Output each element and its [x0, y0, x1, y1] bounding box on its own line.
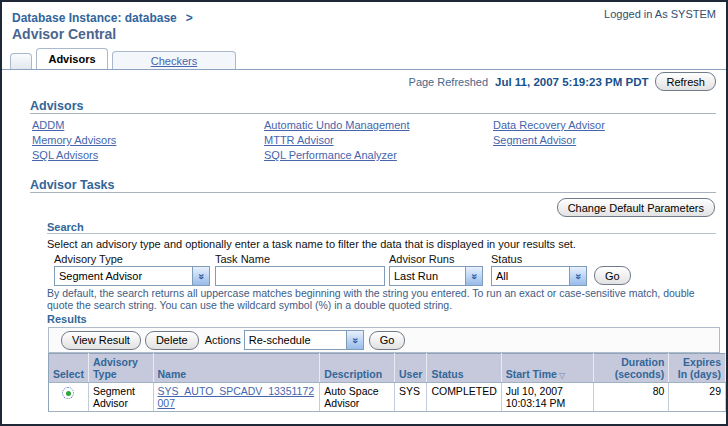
tab-checkers[interactable]: Checkers — [112, 51, 236, 69]
task-name-label: Task Name — [215, 253, 270, 265]
advisors-link-column-2: Automatic Undo Management MTTR Advisor S… — [264, 118, 410, 163]
advisor-runs-value: Last Run — [390, 270, 465, 282]
advisory-type-value: Segment Advisor — [55, 270, 192, 282]
search-go-button[interactable]: Go — [594, 266, 631, 285]
tab-stub-decoration — [10, 53, 32, 69]
results-heading: Results — [47, 313, 87, 325]
advisory-type-cell: Segment Advisor — [88, 383, 153, 412]
tab-bar: Advisors Checkers — [2, 48, 726, 70]
advisors-heading-rule — [30, 113, 716, 114]
advisor-runs-label: Advisor Runs — [389, 253, 454, 265]
column-header-expires: Expires In (days) — [669, 354, 726, 383]
refresh-button[interactable]: Refresh — [655, 72, 716, 91]
column-header-duration: Duration (seconds) — [594, 354, 669, 383]
breadcrumb-database-instance-link[interactable]: Database Instance: database — [12, 11, 177, 25]
expires-cell: 29 — [669, 383, 726, 412]
link-addm[interactable]: ADDM — [32, 118, 116, 133]
advisors-link-column-3: Data Recovery Advisor Segment Advisor — [493, 118, 605, 148]
sort-descending-icon: ▽ — [559, 371, 565, 380]
column-header-advisory-type: Advisory Type — [88, 354, 153, 383]
column-header-name: Name — [153, 354, 320, 383]
chevron-down-icon: » — [192, 267, 209, 285]
column-header-select: Select — [49, 354, 89, 383]
user-cell: SYS — [395, 383, 427, 412]
status-value: All — [492, 270, 569, 282]
breadcrumb: Database Instance: database> — [12, 8, 193, 26]
name-cell: SYS_AUTO_SPCADV_13351172007 — [153, 383, 320, 412]
change-default-parameters-button[interactable]: Change Default Parameters — [557, 198, 715, 217]
task-name-link[interactable]: SYS_AUTO_SPCADV_13351172007 — [158, 385, 315, 409]
search-heading-rule — [47, 233, 716, 234]
advisors-section-heading: Advisors — [30, 99, 84, 113]
column-header-description: Description — [320, 354, 395, 383]
advisory-type-select[interactable]: Segment Advisor » — [54, 266, 210, 286]
actions-label: Actions — [205, 334, 241, 346]
table-row: Segment Advisor SYS_AUTO_SPCADV_13351172… — [49, 383, 726, 412]
actions-value: Re-schedule — [245, 334, 346, 346]
actions-go-button[interactable]: Go — [369, 331, 406, 350]
table-header-row: Select Advisory Type Name Description Us… — [49, 354, 726, 383]
status-label: Status — [491, 253, 522, 265]
link-segment-advisor[interactable]: Segment Advisor — [493, 133, 605, 148]
link-sql-performance-analyzer[interactable]: SQL Performance Analyzer — [264, 148, 410, 163]
link-mttr-advisor[interactable]: MTTR Advisor — [264, 133, 410, 148]
header-row: Database Instance: database> Logged in A… — [12, 8, 716, 26]
select-cell — [49, 383, 89, 412]
link-memory-advisors[interactable]: Memory Advisors — [32, 133, 116, 148]
status-select[interactable]: All » — [491, 266, 587, 286]
link-automatic-undo-management[interactable]: Automatic Undo Management — [264, 118, 410, 133]
advisors-link-column-1: ADDM Memory Advisors SQL Advisors — [32, 118, 116, 163]
column-header-status: Status — [427, 354, 501, 383]
advisor-tasks-section-heading: Advisor Tasks — [30, 178, 115, 192]
actions-select[interactable]: Re-schedule » — [244, 330, 364, 350]
chevron-down-icon: » — [569, 267, 586, 285]
duration-cell: 80 — [594, 383, 669, 412]
logged-in-as-label: Logged in As SYSTEM — [604, 8, 716, 20]
column-header-user: User — [395, 354, 427, 383]
search-heading: Search — [47, 221, 84, 233]
search-hint-text: By default, the search returns all upper… — [47, 287, 715, 311]
advisory-type-label: Advisory Type — [54, 253, 123, 265]
tab-checkers-label: Checkers — [151, 55, 197, 67]
advisor-tasks-heading-rule — [30, 192, 716, 193]
description-cell: Auto Space Advisor — [320, 383, 395, 412]
task-name-input[interactable] — [215, 266, 385, 286]
start-time-cell: Jul 10, 2007 10:03:14 PM — [501, 383, 593, 412]
row-select-radio[interactable] — [62, 387, 74, 399]
chevron-down-icon: » — [465, 267, 482, 285]
tab-advisors-label: Advisors — [48, 53, 95, 65]
view-result-button[interactable]: View Result — [61, 331, 141, 350]
page-refreshed-label: Page Refreshed — [409, 76, 489, 88]
results-table: Select Advisory Type Name Description Us… — [48, 353, 726, 412]
results-toolbar: View Result Delete Actions Re-schedule »… — [48, 327, 720, 353]
page-refreshed-timestamp: Jul 11, 2007 5:19:23 PM PDT — [495, 76, 648, 88]
advisor-runs-select[interactable]: Last Run » — [389, 266, 483, 286]
radio-selected-dot — [66, 391, 71, 396]
link-data-recovery-advisor[interactable]: Data Recovery Advisor — [493, 118, 605, 133]
search-instruction: Select an advisory type and optionally e… — [47, 238, 576, 250]
page-title: Advisor Central — [12, 26, 116, 42]
delete-button[interactable]: Delete — [145, 331, 199, 350]
column-header-start-time[interactable]: Start Time▽ — [501, 354, 593, 383]
tab-advisors[interactable]: Advisors — [36, 48, 108, 69]
advisor-central-page: Database Instance: database> Logged in A… — [0, 0, 728, 426]
chevron-down-icon: » — [346, 331, 363, 349]
link-sql-advisors[interactable]: SQL Advisors — [32, 148, 116, 163]
page-refreshed-row: Page Refreshed Jul 11, 2007 5:19:23 PM P… — [409, 72, 716, 91]
status-cell: COMPLETED — [427, 383, 501, 412]
start-time-header-label: Start Time — [506, 368, 557, 380]
breadcrumb-arrow-icon: > — [186, 11, 193, 25]
